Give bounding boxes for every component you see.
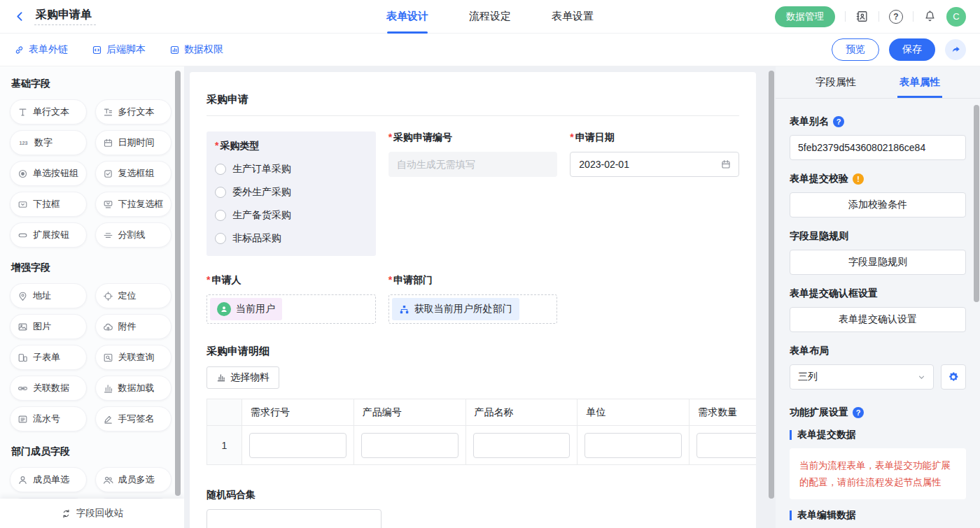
- help-icon[interactable]: [889, 10, 903, 24]
- radio-option[interactable]: 生产订单采购: [215, 163, 368, 176]
- form-external-link[interactable]: 表单外链: [14, 43, 68, 56]
- toolbar-link-label: 数据权限: [184, 43, 223, 56]
- field-random-code[interactable]: 随机码合集: [206, 489, 739, 528]
- form-card: 采购申请 *采购类型 生产订单采购委外生产采购生产备货采购非标品采购 *采购申请…: [190, 72, 756, 528]
- data-permission-link[interactable]: 数据权限: [169, 43, 223, 56]
- palette-item-multi-line-text[interactable]: 多行文本: [95, 99, 172, 124]
- warning-badge-icon[interactable]: [853, 173, 864, 185]
- radio-option[interactable]: 委外生产采购: [215, 186, 368, 199]
- confirm-box-button[interactable]: 表单提交确认设置: [790, 307, 966, 332]
- palette-item-address[interactable]: 地址: [10, 283, 87, 308]
- notification-bell-icon[interactable]: [923, 10, 937, 23]
- backend-script-link[interactable]: 后端脚本: [92, 43, 146, 56]
- radio-option[interactable]: 非标品采购: [215, 232, 368, 245]
- help-badge-icon[interactable]: [833, 116, 844, 127]
- user-avatar[interactable]: C: [946, 7, 966, 27]
- layout-select-value: 三列: [798, 371, 818, 383]
- table-cell-input[interactable]: [584, 433, 682, 458]
- palette-item-image[interactable]: 图片: [10, 314, 87, 339]
- palette-item-related-data[interactable]: 关联数据: [10, 376, 87, 401]
- palette-item-locate[interactable]: 定位: [95, 283, 172, 308]
- layout-settings-button[interactable]: [941, 364, 966, 390]
- date-value: 2023-02-01: [579, 159, 629, 170]
- table-cell-input[interactable]: [473, 433, 570, 458]
- palette-item-number[interactable]: 123数字: [10, 130, 87, 155]
- palette-item-multi-select[interactable]: 下拉复选框: [95, 192, 172, 217]
- sidebar-scrollbar[interactable]: [175, 71, 181, 496]
- table-cell-input[interactable]: [361, 433, 458, 458]
- script-icon: [92, 45, 102, 55]
- palette-item-divider[interactable]: 分割线: [95, 222, 172, 248]
- palette-item-checkbox-group[interactable]: 复选框组: [95, 161, 172, 186]
- tab-flow-setting[interactable]: 流程设定: [469, 0, 511, 34]
- palette-item-member-single[interactable]: 成员单选: [10, 467, 87, 492]
- recycle-icon: [61, 508, 71, 519]
- layout-select[interactable]: 三列: [790, 364, 934, 390]
- data-load-icon: [103, 383, 113, 394]
- submit-data-subheading: 表单提交数据: [790, 429, 966, 441]
- tab-form-setting[interactable]: 表单设置: [552, 0, 594, 34]
- add-validation-button[interactable]: 添加校验条件: [790, 192, 966, 217]
- document-title[interactable]: 采购申请单: [34, 8, 96, 25]
- field-department[interactable]: *申请部门 获取当前用户所处部门: [388, 274, 558, 324]
- department-picker[interactable]: 获取当前用户所处部门: [388, 294, 558, 324]
- request-date-input[interactable]: 2023-02-01: [570, 152, 739, 177]
- tab-field-properties[interactable]: 字段属性: [816, 66, 856, 98]
- contacts-icon[interactable]: [855, 10, 869, 23]
- table-cell-input[interactable]: [696, 433, 756, 458]
- form-alias-input[interactable]: [790, 135, 966, 160]
- palette-item-radio-group[interactable]: 单选按钮组: [10, 161, 87, 186]
- top-header: 采购申请单 表单设计 流程设定 表单设置 数据管理 C: [0, 0, 980, 34]
- palette-item-data-load[interactable]: 数据加载: [95, 376, 172, 401]
- radio-option[interactable]: 生产备货采购: [215, 209, 368, 222]
- palette-item-label: 成员单选: [33, 473, 69, 486]
- canvas-scrollbar[interactable]: [769, 71, 774, 499]
- visibility-rules-button[interactable]: 字段显隐规则: [790, 250, 966, 275]
- palette-item-attachment[interactable]: 附件: [95, 314, 172, 339]
- palette-item-extend-button[interactable]: 扩展按钮: [10, 222, 87, 248]
- radio-option-label: 生产备货采购: [232, 209, 291, 222]
- checkbox-group-icon: [103, 169, 113, 179]
- palette-item-serial-number[interactable]: 流水号: [10, 406, 87, 431]
- field-purchase-type[interactable]: *采购类型 生产订单采购委外生产采购生产备货采购非标品采购: [206, 131, 376, 256]
- palette-item-datetime[interactable]: 日期时间: [95, 130, 172, 155]
- field-label: *采购类型: [215, 140, 368, 152]
- palette-item-select[interactable]: 下拉框: [10, 192, 87, 217]
- palette-item-single-line-text[interactable]: 单行文本: [10, 99, 87, 124]
- data-manage-button[interactable]: 数据管理: [775, 6, 835, 27]
- sidebar-section-title: 部门成员字段: [11, 445, 172, 458]
- radio-option-label: 委外生产采购: [232, 186, 291, 199]
- palette-item-member-multi[interactable]: 成员多选: [95, 467, 172, 492]
- palette-item-related-query[interactable]: 关联查询: [95, 345, 172, 370]
- palette-item-label: 数据加载: [118, 382, 155, 394]
- save-button[interactable]: 保存: [889, 38, 935, 61]
- member-single-icon: [18, 475, 28, 485]
- field-recycle-bin[interactable]: 字段回收站: [0, 499, 184, 528]
- random-code-input[interactable]: [206, 509, 382, 528]
- select-icon: [18, 199, 28, 210]
- tab-form-design[interactable]: 表单设计: [386, 0, 428, 34]
- back-button[interactable]: [14, 10, 26, 22]
- required-mark: *: [388, 131, 392, 143]
- table-cell-input[interactable]: [249, 433, 346, 458]
- address-icon: [18, 291, 28, 301]
- palette-item-signature[interactable]: 手写签名: [95, 406, 172, 431]
- field-applicant[interactable]: *申请人 当前用户: [206, 274, 376, 324]
- palette-item-label: 单行文本: [33, 106, 69, 118]
- tag-label: 当前用户: [236, 303, 275, 315]
- palette-item-label: 定位: [118, 290, 136, 302]
- palette-item-label: 扩展按钮: [33, 229, 69, 241]
- palette-item-sub-form[interactable]: 子表单: [10, 345, 87, 370]
- request-no-input[interactable]: [388, 152, 558, 177]
- select-material-button[interactable]: 选择物料: [206, 366, 279, 389]
- field-request-date[interactable]: *申请日期 2023-02-01: [570, 131, 739, 177]
- field-request-no[interactable]: *采购申请编号: [388, 131, 558, 177]
- tab-form-properties[interactable]: 表单属性: [899, 66, 940, 98]
- table-column-header: 单位: [578, 399, 690, 426]
- panel-scrollbar[interactable]: [974, 105, 979, 302]
- preview-button[interactable]: 预览: [832, 38, 879, 61]
- help-badge-icon[interactable]: [853, 407, 864, 418]
- applicant-picker[interactable]: 当前用户: [206, 294, 376, 324]
- sub-form-icon: [18, 352, 28, 363]
- share-button[interactable]: [945, 39, 966, 60]
